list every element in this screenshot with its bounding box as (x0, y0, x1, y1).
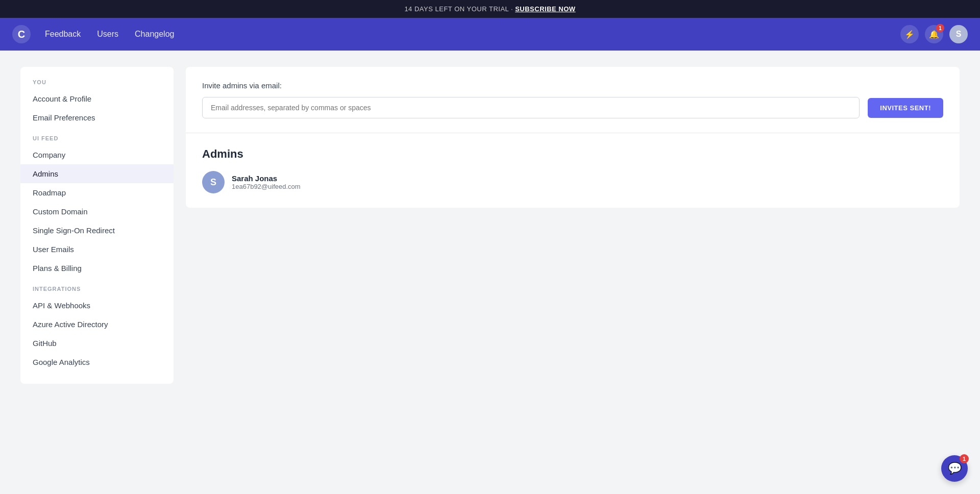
sidebar-section-integrations: INTEGRATIONS (20, 286, 174, 292)
sidebar-item-admins[interactable]: Admins (20, 164, 174, 183)
notification-badge: 1 (936, 24, 944, 32)
sidebar-item-roadmap[interactable]: Roadmap (20, 183, 174, 202)
avatar-letter: S (956, 30, 962, 39)
admin-avatar-letter: S (210, 177, 216, 188)
sidebar-item-github[interactable]: GitHub (20, 334, 174, 353)
nav-right: ⚡ 🔔 1 S (900, 25, 968, 43)
sidebar-item-azure-ad[interactable]: Azure Active Directory (20, 315, 174, 334)
invite-section: Invite admins via email: INVITES SENT! (186, 67, 960, 133)
admins-section: Admins S Sarah Jonas 1ea67b92@uifeed.com (186, 133, 960, 208)
admin-info: Sarah Jonas 1ea67b92@uifeed.com (232, 174, 301, 190)
top-nav: C Feedback Users Changelog ⚡ 🔔 1 S (0, 18, 980, 51)
sidebar-item-api-webhooks[interactable]: API & Webhooks (20, 296, 174, 315)
chat-badge: 1 (960, 454, 969, 463)
trial-banner: 14 DAYS LEFT ON YOUR TRIAL · SUBSCRIBE N… (0, 0, 980, 18)
admin-name: Sarah Jonas (232, 174, 301, 183)
lightning-button[interactable]: ⚡ (900, 25, 919, 43)
invite-row: INVITES SENT! (202, 97, 943, 118)
main-layout: YOU Account & Profile Email Preferences … (0, 51, 980, 494)
admin-row: S Sarah Jonas 1ea67b92@uifeed.com (202, 171, 943, 193)
invite-card: Invite admins via email: INVITES SENT! A… (186, 67, 960, 208)
sidebar: YOU Account & Profile Email Preferences … (20, 67, 174, 384)
sidebar-item-account-profile[interactable]: Account & Profile (20, 89, 174, 108)
logo-button[interactable]: C (12, 25, 31, 43)
nav-links: Feedback Users Changelog (45, 30, 900, 39)
sidebar-item-email-preferences[interactable]: Email Preferences (20, 108, 174, 127)
chat-bubble-button[interactable]: 💬 1 (941, 455, 968, 482)
sidebar-item-custom-domain[interactable]: Custom Domain (20, 202, 174, 221)
sidebar-item-google-analytics[interactable]: Google Analytics (20, 353, 174, 372)
invite-email-input[interactable] (202, 97, 860, 118)
invite-send-button[interactable]: INVITES SENT! (868, 98, 943, 118)
admins-title: Admins (202, 147, 943, 161)
sidebar-item-sso-redirect[interactable]: Single Sign-On Redirect (20, 221, 174, 240)
user-avatar-button[interactable]: S (949, 25, 968, 43)
trial-text: 14 DAYS LEFT ON YOUR TRIAL · (404, 5, 515, 13)
main-content: Invite admins via email: INVITES SENT! A… (186, 67, 960, 479)
sidebar-item-user-emails[interactable]: User Emails (20, 240, 174, 259)
notifications-button[interactable]: 🔔 1 (925, 25, 943, 43)
nav-changelog[interactable]: Changelog (135, 30, 174, 39)
admin-avatar: S (202, 171, 225, 193)
admin-email: 1ea67b92@uifeed.com (232, 183, 301, 190)
sidebar-item-plans-billing[interactable]: Plans & Billing (20, 259, 174, 278)
nav-users[interactable]: Users (97, 30, 118, 39)
nav-feedback[interactable]: Feedback (45, 30, 81, 39)
invite-label: Invite admins via email: (202, 81, 943, 90)
sidebar-item-company[interactable]: Company (20, 145, 174, 164)
subscribe-link[interactable]: SUBSCRIBE NOW (515, 5, 575, 13)
logo-letter: C (18, 29, 25, 40)
sidebar-section-uifeed: UI FEED (20, 135, 174, 141)
sidebar-section-you: YOU (20, 79, 174, 85)
